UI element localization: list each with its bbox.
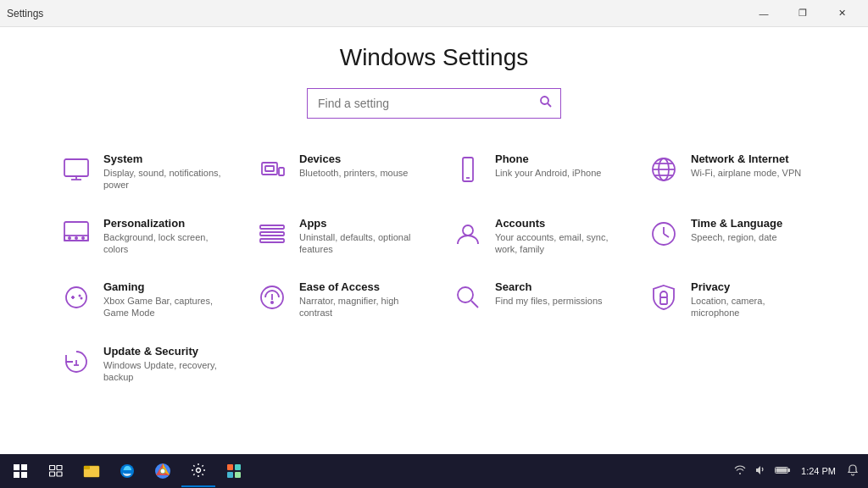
svg-rect-20 — [260, 225, 284, 229]
setting-title-privacy: Privacy — [691, 280, 809, 293]
setting-item-phone[interactable]: Phone Link your Android, iPhone — [442, 144, 621, 200]
personalization-icon — [59, 217, 93, 251]
phone-icon — [451, 152, 485, 186]
devices-icon — [255, 152, 289, 186]
clock[interactable]: 1:24 PM — [796, 466, 841, 476]
search-icon — [539, 95, 553, 112]
start-button[interactable] — [3, 455, 37, 487]
svg-point-52 — [197, 469, 201, 473]
titlebar: Settings — ❐ ✕ — [0, 0, 868, 27]
search-container — [51, 88, 817, 119]
setting-desc-devices: Bluetooth, printers, mouse — [299, 167, 417, 179]
svg-rect-5 — [262, 163, 277, 175]
setting-title-apps: Apps — [299, 217, 417, 230]
taskbar-right: 1:24 PM — [732, 464, 865, 478]
setting-desc-update: Windows Update, recovery, backup — [103, 359, 221, 384]
svg-rect-37 — [660, 297, 667, 304]
apps-icon — [255, 217, 289, 251]
close-button[interactable]: ✕ — [822, 0, 861, 27]
svg-line-26 — [664, 234, 669, 237]
svg-line-36 — [471, 301, 478, 308]
search-input[interactable] — [307, 88, 561, 119]
setting-item-privacy[interactable]: Privacy Location, camera, microphone — [638, 272, 817, 328]
setting-item-apps[interactable]: Apps Uninstall, defaults, optional featu… — [247, 208, 426, 264]
minimize-button[interactable]: — — [744, 0, 783, 27]
setting-item-devices[interactable]: Devices Bluetooth, printers, mouse — [247, 144, 426, 200]
svg-rect-40 — [50, 466, 55, 470]
svg-point-18 — [75, 236, 78, 240]
setting-title-personalization: Personalization — [103, 217, 221, 230]
setting-item-network[interactable]: Network & Internet Wi-Fi, airplane mode,… — [638, 144, 817, 200]
svg-rect-59 — [788, 469, 790, 472]
setting-title-system: System — [103, 152, 221, 165]
main-content: Windows Settings System Display, sound, … — [0, 27, 868, 454]
svg-point-17 — [68, 236, 71, 240]
battery-tray-icon — [772, 466, 793, 476]
svg-rect-53 — [227, 464, 233, 470]
taskbar-left — [3, 455, 251, 487]
svg-rect-54 — [235, 464, 241, 470]
taskbar-app-edge[interactable] — [110, 455, 144, 487]
taskbar-app-misc[interactable] — [217, 455, 251, 487]
setting-title-time: Time & Language — [691, 217, 809, 230]
setting-desc-time: Speech, region, date — [691, 231, 809, 243]
setting-item-gaming[interactable]: Gaming Xbox Game Bar, captures, Game Mod… — [51, 272, 230, 328]
volume-tray-icon[interactable] — [752, 465, 769, 477]
setting-title-phone: Phone — [495, 152, 613, 165]
setting-title-devices: Devices — [299, 152, 417, 165]
notification-icon[interactable] — [844, 464, 861, 478]
setting-title-search: Search — [495, 280, 613, 293]
setting-title-gaming: Gaming — [103, 280, 221, 293]
setting-item-personalization[interactable]: Personalization Background, lock screen,… — [51, 208, 230, 264]
system-icon — [59, 152, 93, 186]
setting-desc-ease: Narrator, magnifier, high contrast — [299, 295, 417, 319]
setting-title-accounts: Accounts — [495, 217, 613, 230]
svg-point-0 — [541, 97, 548, 104]
settings-grid: System Display, sound, notifications, po… — [51, 144, 817, 391]
svg-rect-43 — [57, 472, 62, 476]
setting-title-network: Network & Internet — [691, 152, 809, 165]
setting-item-system[interactable]: System Display, sound, notifications, po… — [51, 144, 230, 200]
ease-icon — [255, 280, 289, 314]
svg-point-33 — [270, 301, 274, 304]
taskbar-app-chrome[interactable] — [146, 455, 180, 487]
search-wrapper — [307, 88, 561, 119]
taskbar-apps — [75, 455, 251, 487]
svg-rect-60 — [776, 469, 787, 473]
svg-point-30 — [79, 295, 81, 297]
setting-title-ease: Ease of Access — [299, 280, 417, 293]
taskbar-app-settings[interactable] — [181, 455, 215, 487]
svg-point-31 — [81, 297, 83, 300]
restore-button[interactable]: ❐ — [783, 0, 822, 27]
update-icon — [59, 345, 93, 379]
svg-rect-2 — [64, 159, 88, 176]
setting-item-update[interactable]: Update & Security Windows Update, recove… — [51, 336, 230, 392]
setting-item-accounts[interactable]: Accounts Your accounts, email, sync, wor… — [442, 208, 621, 264]
svg-line-1 — [548, 103, 551, 107]
gaming-icon — [59, 280, 93, 314]
network-tray-icon[interactable] — [732, 465, 748, 477]
setting-item-ease[interactable]: Ease of Access Narrator, magnifier, high… — [247, 272, 426, 328]
taskbar-app-explorer[interactable] — [75, 455, 108, 487]
titlebar-title: Settings — [7, 8, 43, 19]
setting-desc-privacy: Location, camera, microphone — [691, 295, 809, 319]
taskview-button[interactable] — [39, 455, 73, 487]
svg-point-35 — [458, 287, 473, 302]
svg-point-19 — [81, 236, 85, 240]
svg-point-57 — [739, 473, 741, 474]
svg-point-23 — [463, 225, 473, 236]
setting-desc-network: Wi-Fi, airplane mode, VPN — [691, 167, 809, 179]
setting-item-time[interactable]: Time & Language Speech, region, date — [638, 208, 817, 264]
time-icon — [647, 217, 681, 251]
svg-rect-7 — [265, 166, 274, 171]
svg-rect-22 — [260, 239, 284, 242]
search-icon — [451, 280, 485, 314]
svg-rect-56 — [235, 472, 241, 478]
svg-rect-42 — [50, 472, 55, 476]
svg-point-51 — [161, 469, 165, 474]
svg-rect-41 — [57, 466, 62, 470]
setting-item-search[interactable]: Search Find my files, permissions — [442, 272, 621, 328]
network-icon — [647, 152, 681, 186]
svg-rect-21 — [260, 232, 284, 236]
setting-desc-search: Find my files, permissions — [495, 295, 613, 307]
